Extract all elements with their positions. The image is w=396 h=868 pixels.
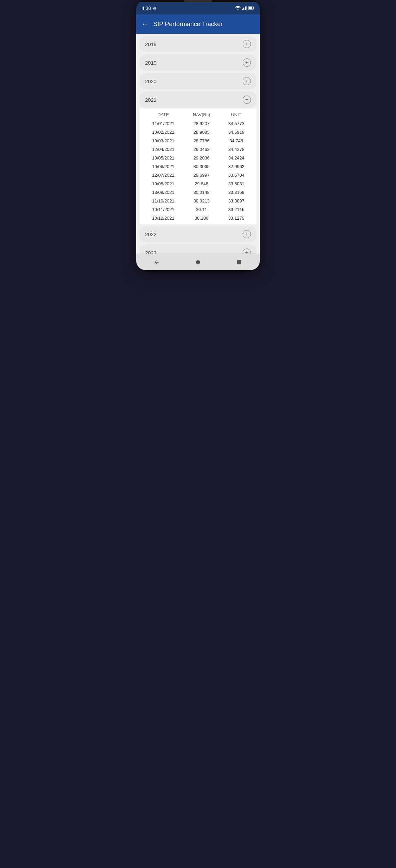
signal-icon bbox=[242, 6, 247, 11]
cell-nav: 29.848 bbox=[184, 181, 219, 186]
expand-icon-2020: + bbox=[243, 77, 251, 85]
toolbar: ← SIP Performance Tracker bbox=[136, 14, 260, 34]
table-row: 10/06/202130.306532.9962 bbox=[140, 162, 256, 171]
table-header-row: DATE NAV(Rs) UNIT bbox=[140, 110, 256, 119]
col-header-nav: NAV(Rs) bbox=[184, 112, 219, 117]
cell-date: 10/03/2021 bbox=[142, 138, 184, 143]
table-row: 10/03/202128.778634.748 bbox=[140, 136, 256, 145]
cell-date: 12/07/2021 bbox=[142, 173, 184, 178]
cell-unit: 33.6704 bbox=[219, 173, 254, 178]
year-label-2021: 2021 bbox=[145, 97, 156, 103]
status-time-area: 4:30 ⊕ bbox=[142, 6, 157, 11]
cell-date: 10/11/2021 bbox=[142, 207, 184, 212]
cell-date: 13/09/2021 bbox=[142, 190, 184, 195]
cell-unit: 32.9962 bbox=[219, 164, 254, 169]
year-header-2022[interactable]: 2022 + bbox=[140, 226, 256, 242]
table-row: 11/10/202130.021333.3097 bbox=[140, 197, 256, 205]
svg-rect-6 bbox=[249, 7, 252, 9]
cell-date: 12/04/2021 bbox=[142, 147, 184, 152]
table-row: 10/11/202130.1133.2116 bbox=[140, 205, 256, 214]
toolbar-title: SIP Performance Tracker bbox=[153, 21, 223, 28]
year-section-2023: 2023 + bbox=[140, 244, 256, 254]
cell-unit: 34.2424 bbox=[219, 155, 254, 161]
table-row: 10/12/202130.18633.1279 bbox=[140, 214, 256, 222]
year-header-2023[interactable]: 2023 + bbox=[140, 244, 256, 254]
cell-date: 10/05/2021 bbox=[142, 155, 184, 161]
table-2021-body: 11/01/202128.920734.577310/02/202128.908… bbox=[140, 119, 256, 222]
year-section-2018: 2018 + bbox=[140, 36, 256, 52]
status-time: 4:30 bbox=[142, 6, 151, 11]
expand-icon-2023: + bbox=[243, 249, 251, 254]
year-label-2019: 2019 bbox=[145, 60, 156, 66]
expand-icon-2018: + bbox=[243, 40, 251, 48]
status-bar: 4:30 ⊕ bbox=[136, 2, 260, 14]
expand-icon-2022: + bbox=[243, 230, 251, 238]
cell-unit: 33.5031 bbox=[219, 181, 254, 186]
table-row: 12/07/202129.699733.6704 bbox=[140, 171, 256, 179]
cell-unit: 33.1279 bbox=[219, 216, 254, 221]
svg-rect-3 bbox=[246, 6, 247, 10]
cell-unit: 33.3097 bbox=[219, 198, 254, 204]
cell-nav: 28.9207 bbox=[184, 121, 219, 126]
cell-nav: 30.0213 bbox=[184, 198, 219, 204]
svg-rect-8 bbox=[237, 260, 241, 264]
svg-rect-1 bbox=[243, 8, 244, 10]
cell-nav: 29.2036 bbox=[184, 155, 219, 161]
notch bbox=[184, 0, 212, 2]
year-label-2020: 2020 bbox=[145, 78, 156, 84]
nav-bar bbox=[136, 254, 260, 270]
cell-nav: 29.6997 bbox=[184, 173, 219, 178]
cell-unit: 34.5919 bbox=[219, 130, 254, 135]
cell-nav: 30.11 bbox=[184, 207, 219, 212]
year-label-2023: 2023 bbox=[145, 250, 156, 254]
svg-point-7 bbox=[196, 260, 200, 264]
year-header-2021[interactable]: 2021 − bbox=[140, 91, 256, 108]
cell-date: 10/02/2021 bbox=[142, 130, 184, 135]
year-section-2022: 2022 + bbox=[140, 226, 256, 242]
cell-date: 10/12/2021 bbox=[142, 216, 184, 221]
nav-recents-button[interactable] bbox=[233, 256, 245, 268]
content-area: 2018 + 2019 + 2020 + 2021 − bbox=[136, 34, 260, 254]
cell-date: 10/06/2021 bbox=[142, 164, 184, 169]
svg-rect-5 bbox=[254, 7, 254, 9]
cell-date: 11/10/2021 bbox=[142, 198, 184, 204]
table-row: 11/01/202128.920734.5773 bbox=[140, 119, 256, 128]
col-header-unit: UNIT bbox=[219, 112, 254, 117]
cell-date: 10/08/2021 bbox=[142, 181, 184, 186]
cell-nav: 30.3065 bbox=[184, 164, 219, 169]
wifi-icon bbox=[235, 6, 241, 11]
cell-date: 11/01/2021 bbox=[142, 121, 184, 126]
col-header-date: DATE bbox=[142, 112, 184, 117]
back-button[interactable]: ← bbox=[142, 20, 149, 29]
status-icons bbox=[235, 6, 254, 11]
cell-unit: 33.2116 bbox=[219, 207, 254, 212]
cell-nav: 30.0148 bbox=[184, 190, 219, 195]
nav-back-button[interactable] bbox=[151, 256, 163, 268]
collapse-icon-2021: − bbox=[243, 96, 251, 104]
year-header-2019[interactable]: 2019 + bbox=[140, 54, 256, 71]
table-row: 12/04/202129.046334.4278 bbox=[140, 145, 256, 154]
cell-nav: 30.186 bbox=[184, 216, 219, 221]
year-section-2019: 2019 + bbox=[140, 54, 256, 71]
year-section-2020: 2020 + bbox=[140, 73, 256, 89]
year-header-2018[interactable]: 2018 + bbox=[140, 36, 256, 52]
year-label-2018: 2018 bbox=[145, 41, 156, 47]
cell-nav: 28.7786 bbox=[184, 138, 219, 143]
year-table-2021: DATE NAV(Rs) UNIT 11/01/202128.920734.57… bbox=[140, 109, 256, 224]
expand-icon-2019: + bbox=[243, 58, 251, 67]
table-row: 10/02/202128.908534.5919 bbox=[140, 128, 256, 136]
cell-nav: 29.0463 bbox=[184, 147, 219, 152]
cell-unit: 33.3169 bbox=[219, 190, 254, 195]
table-row: 10/08/202129.84833.5031 bbox=[140, 179, 256, 188]
battery-icon bbox=[248, 6, 254, 11]
nav-home-button[interactable] bbox=[192, 256, 204, 268]
cell-unit: 34.4278 bbox=[219, 147, 254, 152]
year-label-2022: 2022 bbox=[145, 231, 156, 237]
sim-icon: ⊕ bbox=[153, 6, 157, 11]
cell-unit: 34.748 bbox=[219, 138, 254, 143]
table-row: 10/05/202129.203634.2424 bbox=[140, 154, 256, 162]
year-section-2021: 2021 − DATE NAV(Rs) UNIT 11/01/202128.92… bbox=[140, 91, 256, 224]
cell-unit: 34.5773 bbox=[219, 121, 254, 126]
year-header-2020[interactable]: 2020 + bbox=[140, 73, 256, 89]
phone-frame: 4:30 ⊕ bbox=[136, 0, 260, 270]
